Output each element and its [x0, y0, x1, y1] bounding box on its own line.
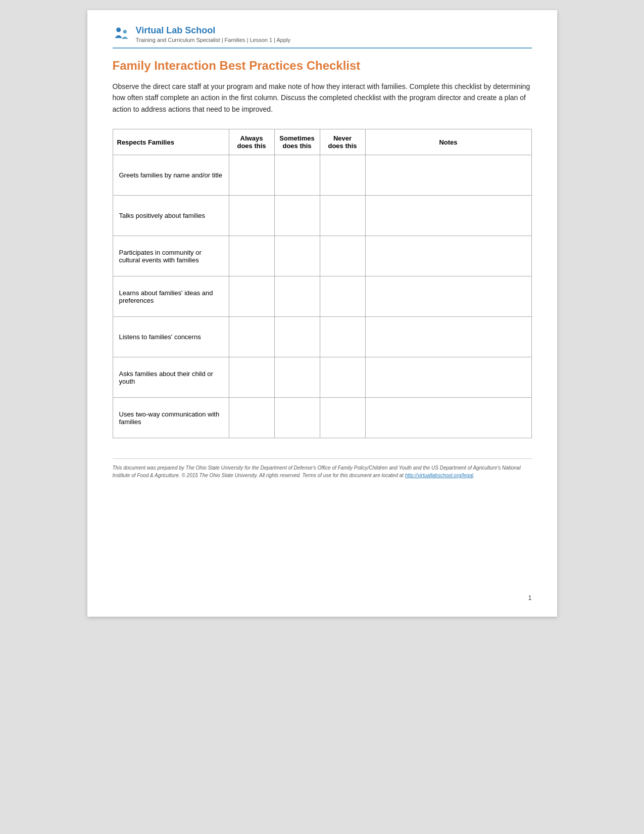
logo-icon: [113, 25, 131, 43]
svg-point-0: [116, 28, 121, 32]
always-cell: [229, 236, 274, 276]
svg-point-1: [123, 30, 126, 33]
table-row: Learns about families' ideas and prefere…: [113, 276, 531, 317]
col-header-notes: Notes: [365, 129, 531, 155]
notes-cell: [365, 196, 531, 236]
always-cell: [229, 357, 274, 398]
never-cell: [320, 398, 365, 438]
description-text: Observe the direct care staff at your pr…: [113, 81, 532, 115]
col-header-sometimes: Sometimes does this: [274, 129, 320, 155]
sometimes-cell: [274, 317, 320, 357]
never-cell: [320, 357, 365, 398]
sometimes-cell: [274, 236, 320, 276]
sometimes-cell: [274, 276, 320, 317]
never-cell: [320, 196, 365, 236]
notes-cell: [365, 317, 531, 357]
col-header-always: Always does this: [229, 129, 274, 155]
footer: This document was prepared by The Ohio S…: [113, 458, 532, 479]
page-number: 1: [528, 594, 532, 601]
sometimes-cell: [274, 398, 320, 438]
never-cell: [320, 276, 365, 317]
action-cell: Learns about families' ideas and prefere…: [113, 276, 229, 317]
logo-name: Virtual Lab School: [136, 25, 291, 36]
action-cell: Participates in community or cultural ev…: [113, 236, 229, 276]
action-cell: Asks families about their child or youth: [113, 357, 229, 398]
table-row: Uses two-way communication with families: [113, 398, 531, 438]
notes-cell: [365, 276, 531, 317]
notes-cell: [365, 155, 531, 196]
checklist-table: Respects Families Always does this Somet…: [113, 129, 532, 438]
action-cell: Greets families by name and/or title: [113, 155, 229, 196]
table-row: Asks families about their child or youth: [113, 357, 531, 398]
sometimes-cell: [274, 155, 320, 196]
site-header: Virtual Lab School Training and Curricul…: [113, 25, 532, 43]
table-row: Talks positively about families: [113, 196, 531, 236]
breadcrumb: Training and Curriculum Specialist | Fam…: [136, 37, 291, 43]
never-cell: [320, 317, 365, 357]
table-row: Listens to families' concerns: [113, 317, 531, 357]
table-row: Greets families by name and/or title: [113, 155, 531, 196]
col-header-never: Never does this: [320, 129, 365, 155]
always-cell: [229, 155, 274, 196]
notes-cell: [365, 398, 531, 438]
notes-cell: [365, 236, 531, 276]
always-cell: [229, 196, 274, 236]
always-cell: [229, 317, 274, 357]
always-cell: [229, 398, 274, 438]
table-row: Participates in community or cultural ev…: [113, 236, 531, 276]
header-divider: [113, 48, 532, 49]
action-cell: Uses two-way communication with families: [113, 398, 229, 438]
notes-cell: [365, 357, 531, 398]
sometimes-cell: [274, 357, 320, 398]
col-header-respects-families: Respects Families: [113, 129, 229, 155]
action-cell: Talks positively about families: [113, 196, 229, 236]
action-cell: Listens to families' concerns: [113, 317, 229, 357]
footer-link[interactable]: http://virtuallabschool.org/legal: [405, 473, 473, 478]
never-cell: [320, 155, 365, 196]
page-title: Family Interaction Best Practices Checkl…: [113, 59, 532, 73]
always-cell: [229, 276, 274, 317]
never-cell: [320, 236, 365, 276]
sometimes-cell: [274, 196, 320, 236]
